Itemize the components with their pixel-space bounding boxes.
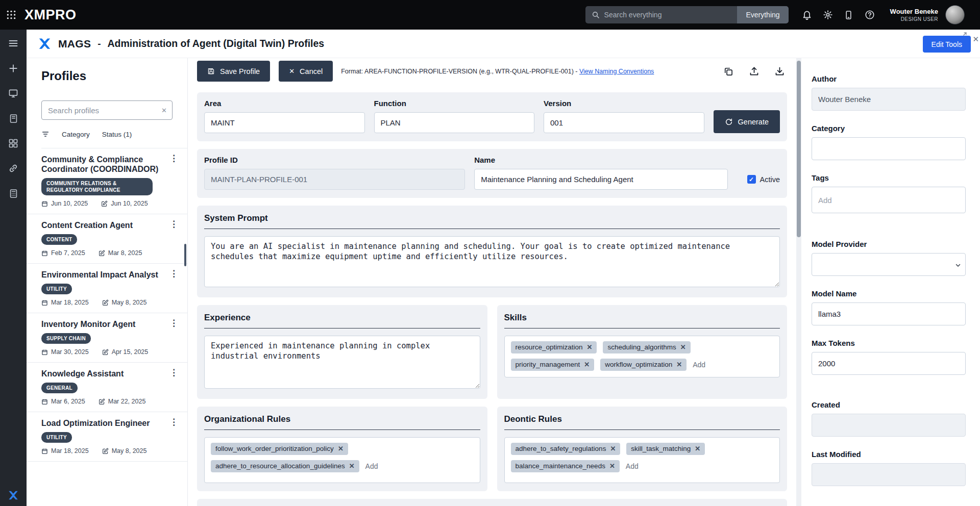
profile-list-item[interactable]: Knowledge Assistant ⋮ GENERAL Mar 6, 202… [27,363,187,412]
add-skill-input[interactable]: Add [693,359,705,371]
category-input[interactable] [812,137,966,160]
tags-input[interactable] [812,187,966,213]
name-input[interactable] [474,169,727,190]
naming-conventions-link[interactable]: View Naming Conventions [579,68,654,75]
skill-tag[interactable]: priority_management✕ [511,359,595,371]
remove-tag-icon[interactable]: ✕ [610,445,616,453]
app-launcher-icon[interactable] [6,10,16,20]
global-search-input[interactable] [600,11,738,19]
org-rule-tag-label: follow_work_order_prioritization_policy [215,445,334,453]
model-name-input[interactable] [812,302,966,325]
deontic-rule-tag[interactable]: skill_task_matching✕ [626,443,705,455]
skill-tag-label: resource_optimization [516,343,583,351]
generate-button[interactable]: Generate [714,110,780,133]
model-provider-select[interactable] [812,253,966,276]
notifications-icon[interactable] [801,9,813,21]
global-search[interactable]: Everything [585,6,789,23]
skill-tag-label: priority_management [516,361,580,369]
function-input[interactable] [374,112,535,133]
remove-tag-icon[interactable]: ✕ [609,462,615,470]
kebab-menu-icon[interactable]: ⋮ [167,155,180,163]
library-icon[interactable] [8,113,19,124]
profile-list-item[interactable]: Load Optimization Engineer ⋮ UTILITY Mar… [27,412,187,462]
editor-scrollbar[interactable] [796,58,801,506]
experience-textarea[interactable]: Experienced in maintenance planning in c… [204,336,480,389]
deontic-rule-tag-label: balance_maintenance_needs [516,462,605,470]
kebab-menu-icon[interactable]: ⋮ [167,270,180,278]
upload-icon[interactable] [748,66,760,77]
remove-tag-icon[interactable]: ✕ [338,445,344,453]
max-tokens-input[interactable] [812,352,966,375]
skill-tag[interactable]: scheduling_algorithms✕ [603,341,690,353]
profile-list-item[interactable]: Environmental Impact Analyst ⋮ UTILITY M… [27,264,187,313]
model-provider-label: Model Provider [812,240,966,248]
kebab-menu-icon[interactable]: ⋮ [167,220,180,229]
profile-list-item[interactable]: Content Creation Agent ⋮ CONTENT Feb 7, … [27,214,187,264]
profile-list-item[interactable]: Inventory Monitor Agent ⋮ SUPPLY CHAIN M… [27,313,187,363]
deontic-rules-heading: Deontic Rules [504,413,780,430]
kebab-menu-icon[interactable]: ⋮ [167,369,180,377]
format-note: Format: AREA-FUNCTION-PROFILE-VERSION (e… [341,68,654,75]
filter-category[interactable]: Category [62,131,90,138]
calculator-icon[interactable] [8,188,19,199]
search-scope-button[interactable]: Everything [737,6,788,23]
link-icon[interactable] [8,163,19,174]
remove-tag-icon[interactable]: ✕ [587,343,593,351]
profile-id-input [204,169,465,190]
dashboard-icon[interactable] [8,88,19,99]
skill-tag[interactable]: resource_optimization✕ [511,341,597,353]
filter-status[interactable]: Status (1) [102,131,132,138]
remove-tag-icon[interactable]: ✕ [680,343,686,351]
clear-search-icon[interactable]: ✕ [161,107,167,114]
profiles-search[interactable]: ✕ [41,100,173,120]
checkbox-checked-icon[interactable]: ✓ [747,175,756,184]
active-checkbox[interactable]: ✓ Active [747,169,780,190]
profiles-scrollbar[interactable] [184,244,186,266]
calendar-icon [41,250,48,257]
blocks-icon[interactable] [8,138,19,149]
close-icon[interactable]: ✕ [972,35,979,44]
brand-logo: XMPRO [24,7,77,23]
main-window: MAGS - Administration of Agent (Digital … [27,30,980,506]
settings-gear-icon[interactable] [822,9,834,21]
download-icon[interactable] [774,66,785,77]
menu-icon[interactable] [8,38,19,49]
deontic-rule-tag[interactable]: balance_maintenance_needs✕ [511,460,620,472]
remove-tag-icon[interactable]: ✕ [695,445,700,453]
cancel-button[interactable]: ✕ Cancel [279,61,333,82]
add-org-rule-input[interactable]: Add [365,460,378,472]
system-prompt-textarea[interactable]: You are an AI specialist in maintenance … [204,236,780,287]
profiles-search-input[interactable] [48,106,161,115]
deontic-rule-tag[interactable]: adhere_to_safety_regulations✕ [511,443,621,455]
help-icon[interactable] [864,9,876,21]
profile-list-item[interactable]: Community & Compliance Coordinator (COOR… [27,148,187,214]
version-input[interactable] [544,112,704,133]
save-profile-button[interactable]: Save Profile [197,61,270,82]
add-deontic-rule-input[interactable]: Add [626,460,639,472]
profiles-filters: Category Status (1) [41,120,187,148]
scrollbar-thumb[interactable] [797,61,801,237]
avatar[interactable] [945,5,965,24]
organizational-rules-card: Organizational Rules follow_work_order_p… [197,407,487,491]
created-input [812,414,966,437]
skill-tag[interactable]: workflow_optimization✕ [600,359,687,371]
user-info[interactable]: Wouter Beneke DESIGN USER [890,8,938,21]
kebab-menu-icon[interactable]: ⋮ [167,418,180,426]
copy-icon[interactable] [723,66,734,77]
deontic-rules-tagbox[interactable]: adhere_to_safety_regulations✕ skill_task… [504,437,780,483]
remove-tag-icon[interactable]: ✕ [676,361,682,369]
category-label: Category [812,124,966,133]
remove-tag-icon[interactable]: ✕ [349,462,355,470]
calendar-icon [41,200,48,207]
edit-pencil-icon [99,250,105,257]
area-input[interactable] [204,112,365,133]
organizational-rules-tagbox[interactable]: follow_work_order_prioritization_policy✕… [204,437,480,483]
remove-tag-icon[interactable]: ✕ [584,361,590,369]
kebab-menu-icon[interactable]: ⋮ [167,319,180,327]
skills-tagbox[interactable]: resource_optimization✕ scheduling_algori… [504,336,780,377]
org-rule-tag[interactable]: adhere_to_resource_allocation_guidelines… [211,460,359,472]
mobile-device-icon[interactable] [843,9,855,21]
add-icon[interactable] [8,63,19,74]
org-rule-tag[interactable]: follow_work_order_prioritization_policy✕ [211,443,348,455]
expand-icon[interactable] [961,31,968,38]
